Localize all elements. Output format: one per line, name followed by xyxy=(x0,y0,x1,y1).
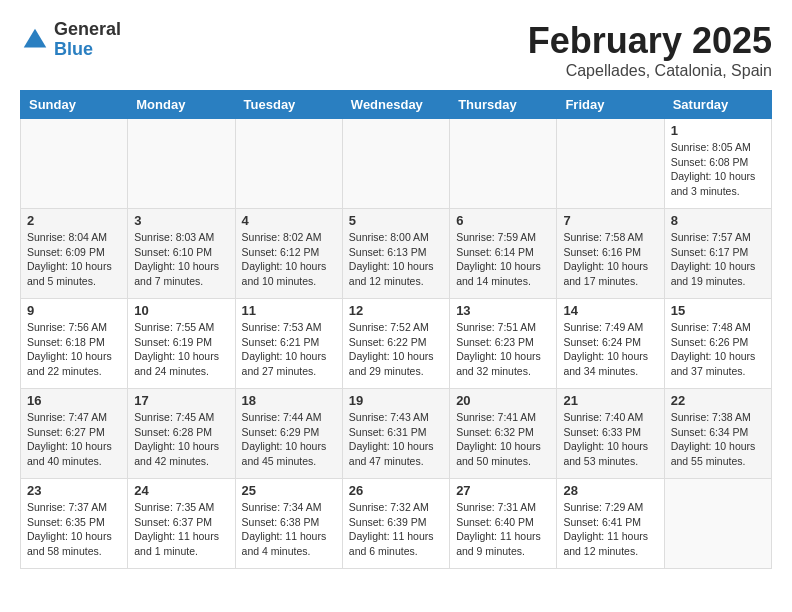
weekday-header-saturday: Saturday xyxy=(664,91,771,119)
day-info: Sunrise: 7:41 AM Sunset: 6:32 PM Dayligh… xyxy=(456,410,550,469)
calendar-cell: 28Sunrise: 7:29 AM Sunset: 6:41 PM Dayli… xyxy=(557,479,664,569)
day-number: 5 xyxy=(349,213,443,228)
weekday-header-row: SundayMondayTuesdayWednesdayThursdayFrid… xyxy=(21,91,772,119)
day-number: 15 xyxy=(671,303,765,318)
weekday-header-friday: Friday xyxy=(557,91,664,119)
calendar-cell: 20Sunrise: 7:41 AM Sunset: 6:32 PM Dayli… xyxy=(450,389,557,479)
calendar-cell xyxy=(557,119,664,209)
calendar-week-row-3: 16Sunrise: 7:47 AM Sunset: 6:27 PM Dayli… xyxy=(21,389,772,479)
day-number: 8 xyxy=(671,213,765,228)
day-number: 17 xyxy=(134,393,228,408)
day-number: 3 xyxy=(134,213,228,228)
day-number: 1 xyxy=(671,123,765,138)
calendar-cell xyxy=(21,119,128,209)
day-info: Sunrise: 8:00 AM Sunset: 6:13 PM Dayligh… xyxy=(349,230,443,289)
day-info: Sunrise: 7:40 AM Sunset: 6:33 PM Dayligh… xyxy=(563,410,657,469)
location-subtitle: Capellades, Catalonia, Spain xyxy=(528,62,772,80)
day-info: Sunrise: 7:32 AM Sunset: 6:39 PM Dayligh… xyxy=(349,500,443,559)
day-number: 12 xyxy=(349,303,443,318)
calendar-cell xyxy=(450,119,557,209)
weekday-header-thursday: Thursday xyxy=(450,91,557,119)
day-info: Sunrise: 7:45 AM Sunset: 6:28 PM Dayligh… xyxy=(134,410,228,469)
logo-text: General Blue xyxy=(54,20,121,60)
day-number: 10 xyxy=(134,303,228,318)
logo-general-text: General xyxy=(54,20,121,40)
day-number: 27 xyxy=(456,483,550,498)
day-number: 9 xyxy=(27,303,121,318)
calendar-week-row-2: 9Sunrise: 7:56 AM Sunset: 6:18 PM Daylig… xyxy=(21,299,772,389)
calendar-cell: 10Sunrise: 7:55 AM Sunset: 6:19 PM Dayli… xyxy=(128,299,235,389)
day-info: Sunrise: 8:04 AM Sunset: 6:09 PM Dayligh… xyxy=(27,230,121,289)
day-info: Sunrise: 7:37 AM Sunset: 6:35 PM Dayligh… xyxy=(27,500,121,559)
calendar-cell: 15Sunrise: 7:48 AM Sunset: 6:26 PM Dayli… xyxy=(664,299,771,389)
calendar-cell: 21Sunrise: 7:40 AM Sunset: 6:33 PM Dayli… xyxy=(557,389,664,479)
month-year-title: February 2025 xyxy=(528,20,772,62)
day-number: 11 xyxy=(242,303,336,318)
calendar-cell: 1Sunrise: 8:05 AM Sunset: 6:08 PM Daylig… xyxy=(664,119,771,209)
calendar-cell: 19Sunrise: 7:43 AM Sunset: 6:31 PM Dayli… xyxy=(342,389,449,479)
day-number: 6 xyxy=(456,213,550,228)
calendar-cell: 23Sunrise: 7:37 AM Sunset: 6:35 PM Dayli… xyxy=(21,479,128,569)
calendar-table: SundayMondayTuesdayWednesdayThursdayFrid… xyxy=(20,90,772,569)
day-info: Sunrise: 7:53 AM Sunset: 6:21 PM Dayligh… xyxy=(242,320,336,379)
logo-blue-text: Blue xyxy=(54,40,121,60)
day-number: 24 xyxy=(134,483,228,498)
calendar-week-row-4: 23Sunrise: 7:37 AM Sunset: 6:35 PM Dayli… xyxy=(21,479,772,569)
calendar-cell xyxy=(664,479,771,569)
day-info: Sunrise: 7:44 AM Sunset: 6:29 PM Dayligh… xyxy=(242,410,336,469)
calendar-cell: 14Sunrise: 7:49 AM Sunset: 6:24 PM Dayli… xyxy=(557,299,664,389)
logo: General Blue xyxy=(20,20,121,60)
day-number: 20 xyxy=(456,393,550,408)
calendar-cell: 25Sunrise: 7:34 AM Sunset: 6:38 PM Dayli… xyxy=(235,479,342,569)
day-info: Sunrise: 7:43 AM Sunset: 6:31 PM Dayligh… xyxy=(349,410,443,469)
calendar-cell: 12Sunrise: 7:52 AM Sunset: 6:22 PM Dayli… xyxy=(342,299,449,389)
logo-icon xyxy=(20,25,50,55)
calendar-cell: 24Sunrise: 7:35 AM Sunset: 6:37 PM Dayli… xyxy=(128,479,235,569)
day-number: 18 xyxy=(242,393,336,408)
day-number: 14 xyxy=(563,303,657,318)
day-number: 4 xyxy=(242,213,336,228)
day-info: Sunrise: 7:56 AM Sunset: 6:18 PM Dayligh… xyxy=(27,320,121,379)
calendar-cell: 26Sunrise: 7:32 AM Sunset: 6:39 PM Dayli… xyxy=(342,479,449,569)
day-info: Sunrise: 7:47 AM Sunset: 6:27 PM Dayligh… xyxy=(27,410,121,469)
day-info: Sunrise: 7:55 AM Sunset: 6:19 PM Dayligh… xyxy=(134,320,228,379)
calendar-cell: 13Sunrise: 7:51 AM Sunset: 6:23 PM Dayli… xyxy=(450,299,557,389)
calendar-cell: 18Sunrise: 7:44 AM Sunset: 6:29 PM Dayli… xyxy=(235,389,342,479)
day-number: 23 xyxy=(27,483,121,498)
day-number: 21 xyxy=(563,393,657,408)
calendar-cell: 6Sunrise: 7:59 AM Sunset: 6:14 PM Daylig… xyxy=(450,209,557,299)
day-number: 7 xyxy=(563,213,657,228)
day-info: Sunrise: 7:38 AM Sunset: 6:34 PM Dayligh… xyxy=(671,410,765,469)
day-info: Sunrise: 7:51 AM Sunset: 6:23 PM Dayligh… xyxy=(456,320,550,379)
day-info: Sunrise: 7:59 AM Sunset: 6:14 PM Dayligh… xyxy=(456,230,550,289)
day-info: Sunrise: 7:58 AM Sunset: 6:16 PM Dayligh… xyxy=(563,230,657,289)
header: General Blue February 2025 Capellades, C… xyxy=(20,20,772,80)
calendar-cell: 27Sunrise: 7:31 AM Sunset: 6:40 PM Dayli… xyxy=(450,479,557,569)
calendar-cell xyxy=(235,119,342,209)
calendar-cell: 22Sunrise: 7:38 AM Sunset: 6:34 PM Dayli… xyxy=(664,389,771,479)
day-info: Sunrise: 8:05 AM Sunset: 6:08 PM Dayligh… xyxy=(671,140,765,199)
day-number: 19 xyxy=(349,393,443,408)
day-info: Sunrise: 7:34 AM Sunset: 6:38 PM Dayligh… xyxy=(242,500,336,559)
day-number: 13 xyxy=(456,303,550,318)
day-info: Sunrise: 7:29 AM Sunset: 6:41 PM Dayligh… xyxy=(563,500,657,559)
day-number: 26 xyxy=(349,483,443,498)
day-number: 16 xyxy=(27,393,121,408)
calendar-cell: 16Sunrise: 7:47 AM Sunset: 6:27 PM Dayli… xyxy=(21,389,128,479)
calendar-week-row-1: 2Sunrise: 8:04 AM Sunset: 6:09 PM Daylig… xyxy=(21,209,772,299)
day-number: 22 xyxy=(671,393,765,408)
day-info: Sunrise: 7:35 AM Sunset: 6:37 PM Dayligh… xyxy=(134,500,228,559)
calendar-cell: 4Sunrise: 8:02 AM Sunset: 6:12 PM Daylig… xyxy=(235,209,342,299)
weekday-header-monday: Monday xyxy=(128,91,235,119)
day-info: Sunrise: 8:02 AM Sunset: 6:12 PM Dayligh… xyxy=(242,230,336,289)
calendar-cell: 17Sunrise: 7:45 AM Sunset: 6:28 PM Dayli… xyxy=(128,389,235,479)
calendar-week-row-0: 1Sunrise: 8:05 AM Sunset: 6:08 PM Daylig… xyxy=(21,119,772,209)
weekday-header-tuesday: Tuesday xyxy=(235,91,342,119)
day-info: Sunrise: 7:48 AM Sunset: 6:26 PM Dayligh… xyxy=(671,320,765,379)
day-number: 28 xyxy=(563,483,657,498)
day-info: Sunrise: 7:49 AM Sunset: 6:24 PM Dayligh… xyxy=(563,320,657,379)
weekday-header-sunday: Sunday xyxy=(21,91,128,119)
day-info: Sunrise: 7:52 AM Sunset: 6:22 PM Dayligh… xyxy=(349,320,443,379)
calendar-cell: 7Sunrise: 7:58 AM Sunset: 6:16 PM Daylig… xyxy=(557,209,664,299)
day-info: Sunrise: 7:57 AM Sunset: 6:17 PM Dayligh… xyxy=(671,230,765,289)
